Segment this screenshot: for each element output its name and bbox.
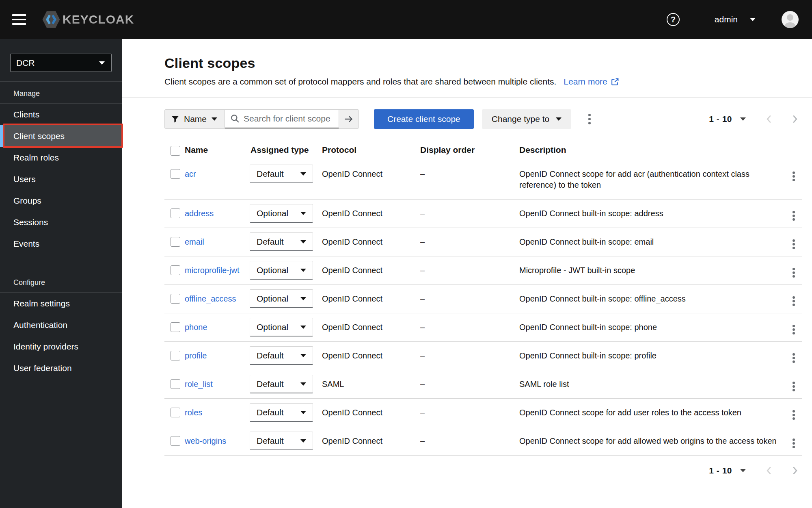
assigned-type-cell: Optional (248, 200, 319, 223)
user-silhouette-icon (782, 11, 799, 28)
nav-group-label-configure: Configure (0, 271, 122, 292)
pagination-range-dropdown[interactable]: 1 - 10 (709, 114, 746, 124)
scope-name-link[interactable]: microprofile-jwt (185, 266, 239, 275)
row-checkbox[interactable] (171, 237, 180, 247)
assigned-type-select[interactable]: Default (250, 232, 313, 251)
kebab-cell (786, 200, 802, 222)
scope-name-link[interactable]: address (185, 209, 214, 218)
user-menu[interactable]: admin (715, 15, 756, 24)
pagination-prev-button[interactable] (762, 111, 776, 128)
table-row-web-origins: web-originsDefaultOpenID Connect–OpenID … (164, 427, 802, 456)
description-cell: OpenID Connect built-in scope: email (519, 228, 786, 256)
chevron-down-icon (300, 411, 306, 414)
scope-name-link[interactable]: phone (185, 323, 207, 332)
scope-name-link[interactable]: offline_access (185, 294, 236, 303)
row-checkbox[interactable] (171, 265, 180, 275)
assigned-type-select[interactable]: Default (250, 403, 313, 422)
assigned-type-value: Optional (257, 265, 288, 275)
row-checkbox[interactable] (171, 294, 180, 304)
assigned-type-select[interactable]: Optional (250, 204, 313, 223)
name-cell: microprofile-jwt (185, 256, 248, 284)
column-header-display-order: Display order (420, 141, 519, 160)
row-kebab-menu[interactable] (789, 170, 798, 183)
display-order-cell: – (420, 256, 519, 284)
search-icon (231, 114, 240, 123)
row-checkbox[interactable] (171, 436, 180, 446)
client-scopes-table: Name Assigned type Protocol Display orde… (164, 141, 802, 456)
assigned-type-select[interactable]: Optional (250, 289, 313, 308)
filter-type-dropdown[interactable]: Name (165, 110, 225, 128)
row-checkbox[interactable] (171, 408, 180, 417)
sidebar-item-realm-roles[interactable]: Realm roles (0, 147, 122, 168)
avatar[interactable] (782, 11, 799, 28)
scope-name-link[interactable]: profile (185, 351, 207, 360)
assigned-type-select[interactable]: Default (250, 432, 313, 450)
hamburger-menu-icon[interactable] (12, 14, 26, 25)
protocol-cell: OpenID Connect (319, 313, 420, 341)
row-kebab-menu[interactable] (789, 295, 798, 308)
checkbox-cell (164, 370, 185, 389)
scope-name-link[interactable]: role_list (185, 380, 213, 389)
assigned-type-select[interactable]: Default (250, 165, 313, 183)
sidebar-item-authentication[interactable]: Authentication (0, 314, 122, 336)
row-kebab-menu[interactable] (789, 266, 798, 279)
assigned-type-select[interactable]: Optional (250, 318, 313, 336)
sidebar-item-sessions[interactable]: Sessions (0, 211, 122, 233)
assigned-type-select[interactable]: Default (250, 346, 313, 365)
pagination-prev-button[interactable] (762, 462, 776, 479)
assigned-type-cell: Default (248, 399, 319, 422)
row-checkbox[interactable] (171, 169, 180, 179)
row-kebab-menu[interactable] (789, 323, 798, 336)
sidebar-item-client-scopes[interactable]: Client scopes (0, 125, 122, 147)
row-checkbox[interactable] (171, 208, 180, 218)
display-order-cell: – (420, 200, 519, 228)
create-client-scope-button[interactable]: Create client scope (374, 109, 474, 129)
chevron-right-icon (792, 465, 798, 476)
sidebar-item-groups[interactable]: Groups (0, 190, 122, 211)
scope-name-link[interactable]: web-origins (185, 436, 226, 445)
sidebar-item-realm-settings[interactable]: Realm settings (0, 293, 122, 314)
row-kebab-menu[interactable] (789, 437, 798, 450)
sidebar-item-events[interactable]: Events (0, 233, 122, 254)
description-cell: OpenID Connect built-in scope: offline_a… (519, 285, 786, 313)
row-checkbox[interactable] (171, 322, 180, 332)
sidebar-item-users[interactable]: Users (0, 168, 122, 190)
assigned-type-select[interactable]: Default (250, 375, 313, 393)
pagination-next-button[interactable] (788, 111, 802, 128)
row-checkbox[interactable] (171, 379, 180, 389)
sidebar-item-clients[interactable]: Clients (0, 104, 122, 125)
sidebar-item-user-federation[interactable]: User federation (0, 357, 122, 379)
row-checkbox[interactable] (171, 351, 180, 360)
row-kebab-menu[interactable] (789, 352, 798, 365)
search-submit-button[interactable] (339, 110, 358, 128)
toolbar-kebab-menu[interactable] (583, 110, 596, 128)
pagination-range-dropdown[interactable]: 1 - 10 (709, 466, 746, 475)
protocol-cell: OpenID Connect (319, 256, 420, 284)
learn-more-link[interactable]: Learn more (564, 77, 619, 87)
description-cell: OpenID Connect scope for add allowed web… (519, 427, 786, 455)
row-kebab-menu[interactable] (789, 209, 798, 222)
keycloak-logo: KEYCLOAK (41, 9, 134, 30)
toolbar: Name (122, 109, 812, 129)
row-kebab-menu[interactable] (789, 238, 798, 251)
search-input[interactable] (244, 114, 335, 124)
row-kebab-menu[interactable] (789, 408, 798, 421)
change-type-dropdown[interactable]: Change type to (482, 109, 571, 129)
row-kebab-menu[interactable] (789, 380, 798, 393)
assigned-type-select[interactable]: Optional (250, 261, 313, 280)
name-cell: address (185, 200, 248, 228)
select-all-checkbox[interactable] (171, 146, 180, 156)
scope-name-link[interactable]: email (185, 237, 204, 246)
assigned-type-cell: Optional (248, 285, 319, 308)
scope-name-link[interactable]: roles (185, 408, 202, 417)
pagination-next-button[interactable] (788, 462, 802, 479)
pagination-range-label: 1 - 10 (709, 466, 732, 475)
help-icon[interactable]: ? (667, 13, 680, 26)
realm-selector[interactable]: DCR (10, 54, 112, 72)
sidebar-item-identity-providers[interactable]: Identity providers (0, 336, 122, 357)
checkbox-cell (164, 228, 185, 247)
description-cell: Microprofile - JWT built-in scope (519, 256, 786, 284)
scope-name-link[interactable]: acr (185, 169, 196, 178)
checkbox-cell (164, 285, 185, 304)
filter-type-label: Name (184, 114, 207, 124)
